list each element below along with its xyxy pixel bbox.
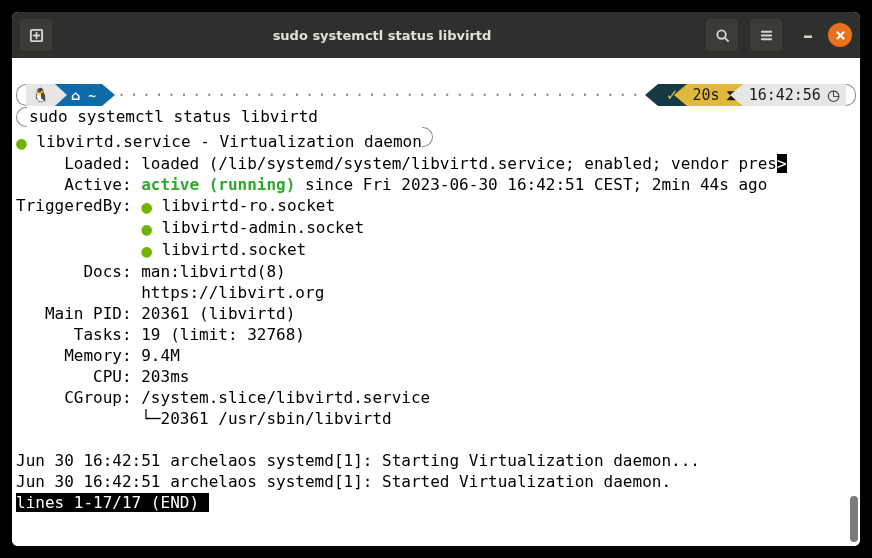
- active-label: Active:: [16, 175, 141, 194]
- socket-name: libvirtd.socket: [162, 240, 307, 259]
- minimize-button[interactable]: –: [794, 23, 822, 47]
- active-line: Active: active (running) since Fri 2023-…: [12, 174, 860, 195]
- active-state: active (running): [141, 175, 295, 194]
- window-title: sudo systemctl status libvirtd: [58, 28, 706, 43]
- svg-line-4: [724, 37, 727, 40]
- command-text: sudo systemctl status libvirtd: [29, 106, 318, 127]
- triggeredby-line: ● libvirtd-admin.socket: [12, 217, 860, 239]
- memory-line: Memory: 9.4M: [12, 345, 860, 366]
- titlebar: sudo systemctl status libvirtd –: [12, 12, 860, 58]
- cgroup-tree: └─20361 /usr/sbin/libvirtd: [12, 408, 860, 429]
- socket-name: libvirtd-ro.socket: [162, 196, 335, 215]
- memory-label: Memory:: [16, 346, 141, 365]
- log-line: Jun 30 16:42:51 archelaos systemd[1]: St…: [12, 471, 860, 492]
- prompt-cap-right-icon: [422, 127, 433, 147]
- prompt-path-segment: ⌂ ~: [67, 84, 102, 106]
- clock-icon: ◷: [827, 85, 840, 106]
- log-line: Jun 30 16:42:51 archelaos systemd[1]: St…: [12, 450, 860, 471]
- pager-status: lines 1-17/17 (END): [16, 493, 199, 512]
- loaded-line: Loaded: loaded (/lib/systemd/system/libv…: [12, 153, 860, 174]
- chevron-right-icon: [102, 84, 115, 106]
- minimize-icon: –: [803, 23, 813, 47]
- cursor: [199, 493, 209, 512]
- cgroup-process: └─20361 /usr/sbin/libvirtd: [16, 409, 392, 428]
- mainpid-label: Main PID:: [16, 304, 141, 323]
- home-icon: ⌂: [71, 85, 80, 106]
- close-icon: [835, 30, 846, 41]
- triggeredby-label: TriggeredBy:: [16, 196, 141, 215]
- chevron-left-icon: [674, 84, 687, 106]
- prompt-time-segment: 16:42:56 ◷: [743, 84, 846, 106]
- prompt-bar: 🐧 ⌂ ~ ··································…: [16, 84, 856, 106]
- prompt-path-text: ~: [88, 85, 96, 106]
- truncation-indicator: >: [777, 154, 787, 173]
- prompt-time-text: 16:42:56: [749, 85, 821, 106]
- prompt-cap-left-icon: [16, 107, 27, 127]
- loaded-value: loaded (/lib/systemd/system/libvirtd.ser…: [141, 154, 777, 173]
- pager-status-line: lines 1-17/17 (END): [12, 492, 860, 513]
- docs-label: Docs:: [16, 262, 141, 281]
- cgroup-line: CGroup: /system.slice/libvirtd.service: [12, 387, 860, 408]
- socket-name: libvirtd-admin.socket: [162, 218, 364, 237]
- docs-line: Docs: man:libvirtd(8): [12, 261, 860, 282]
- tasks-value: 19 (limit: 32768): [141, 325, 305, 344]
- bullet-icon: ●: [141, 196, 152, 217]
- service-title: libvirtd.service - Virtualization daemon: [36, 132, 421, 151]
- docs-entry: https://libvirt.org: [141, 283, 324, 302]
- bullet-icon: ●: [141, 218, 152, 239]
- cgroup-value: /system.slice/libvirtd.service: [141, 388, 430, 407]
- cpu-line: CPU: 203ms: [12, 366, 860, 387]
- mainpid-value: 20361 (libvirtd): [141, 304, 295, 323]
- chevron-left-icon: [730, 84, 743, 106]
- prompt-cap-right: [846, 84, 856, 106]
- search-icon: [715, 28, 730, 43]
- terminal-body[interactable]: 🐧 ⌂ ~ ··································…: [12, 58, 860, 546]
- log-entry: Jun 30 16:42:51 archelaos systemd[1]: St…: [16, 451, 700, 470]
- menu-button[interactable]: [750, 19, 782, 51]
- log-entry: Jun 30 16:42:51 archelaos systemd[1]: St…: [16, 472, 671, 491]
- tasks-line: Tasks: 19 (limit: 32768): [12, 324, 860, 345]
- docs-entry: man:libvirtd(8): [141, 262, 286, 281]
- blank-line: [12, 429, 860, 450]
- triggeredby-line: TriggeredBy: ● libvirtd-ro.socket: [12, 195, 860, 217]
- memory-value: 9.4M: [141, 346, 180, 365]
- mainpid-line: Main PID: 20361 (libvirtd): [12, 303, 860, 324]
- new-tab-button[interactable]: [20, 19, 52, 51]
- close-button[interactable]: [828, 23, 852, 47]
- bullet-icon: ●: [141, 240, 152, 261]
- prompt-filler: ········································…: [115, 84, 645, 106]
- chevron-left-icon: [645, 84, 658, 106]
- cgroup-label: CGroup:: [16, 388, 141, 407]
- hamburger-icon: [759, 28, 774, 43]
- command-line: sudo systemctl status libvirtd: [12, 106, 860, 127]
- scrollbar[interactable]: [850, 496, 858, 542]
- prompt-cap-left: [16, 84, 26, 106]
- triggeredby-line: ● libvirtd.socket: [12, 239, 860, 261]
- cpu-label: CPU:: [16, 367, 141, 386]
- cpu-value: 203ms: [141, 367, 189, 386]
- new-tab-icon: [29, 28, 44, 43]
- tasks-label: Tasks:: [16, 325, 141, 344]
- linux-icon: 🐧: [32, 85, 49, 106]
- chevron-right-icon: [55, 84, 67, 106]
- docs-line: https://libvirt.org: [12, 282, 860, 303]
- prompt-os-segment: 🐧: [26, 84, 55, 106]
- service-header: ● libvirtd.service - Virtualization daem…: [12, 127, 860, 153]
- active-since: since Fri 2023-06-30 16:42:51 CEST; 2min…: [295, 175, 767, 194]
- prompt-duration-text: 20s: [693, 85, 720, 106]
- bullet-icon: ●: [16, 132, 27, 153]
- loaded-label: Loaded:: [16, 154, 141, 173]
- search-button[interactable]: [706, 19, 738, 51]
- terminal-window: sudo systemctl status libvirtd –: [12, 12, 860, 546]
